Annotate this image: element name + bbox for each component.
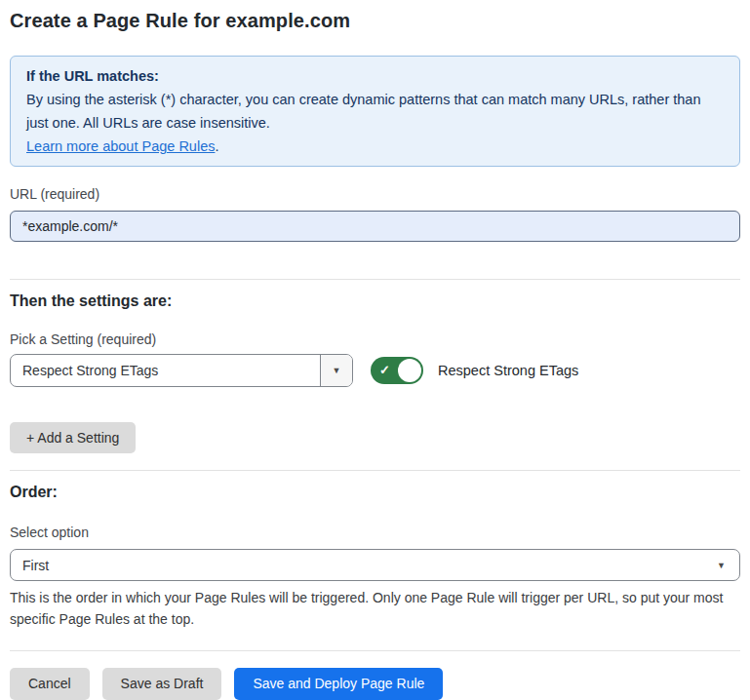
divider-before-footer <box>10 650 740 651</box>
footer-actions: Cancel Save as Draft Save and Deploy Pag… <box>10 668 740 700</box>
order-select-label: Select option <box>10 525 740 541</box>
setting-select-arrow-button[interactable]: ▼ <box>320 355 352 386</box>
order-select[interactable]: First ▼ <box>10 549 740 581</box>
cancel-button[interactable]: Cancel <box>10 668 90 700</box>
create-page-rule-form: Create a Page Rule for example.com If th… <box>0 0 750 700</box>
info-box-heading: If the URL matches: <box>26 64 724 88</box>
order-section-heading: Order: <box>10 483 740 501</box>
toggle-knob <box>398 359 421 382</box>
setting-row: Respect Strong ETags ▼ ✓ Respect Strong … <box>10 354 740 387</box>
setting-select[interactable]: Respect Strong ETags ▼ <box>10 354 353 387</box>
learn-more-link[interactable]: Learn more about Page Rules <box>26 138 215 154</box>
info-box-link-line: Learn more about Page Rules. <box>26 135 724 158</box>
check-icon: ✓ <box>379 363 390 377</box>
info-box-body: By using the asterisk (*) character, you… <box>26 88 724 135</box>
setting-toggle-label: Respect Strong ETags <box>438 363 578 378</box>
setting-select-value: Respect Strong ETags <box>11 355 320 386</box>
save-deploy-button[interactable]: Save and Deploy Page Rule <box>234 668 443 700</box>
add-setting-button[interactable]: + Add a Setting <box>10 422 136 453</box>
order-help-text: This is the order in which your Page Rul… <box>10 587 740 630</box>
order-select-value: First <box>22 558 49 573</box>
chevron-down-icon: ▼ <box>717 561 726 569</box>
divider-after-settings <box>10 470 740 471</box>
chevron-down-icon: ▼ <box>333 367 341 375</box>
setting-toggle[interactable]: ✓ <box>371 357 423 384</box>
url-match-info-box: If the URL matches: By using the asteris… <box>10 56 740 167</box>
page-title: Create a Page Rule for example.com <box>10 8 740 33</box>
settings-section-heading: Then the settings are: <box>10 292 740 310</box>
divider-after-url <box>10 279 740 280</box>
url-input[interactable] <box>10 211 740 242</box>
url-field-label: URL (required) <box>10 186 740 203</box>
pick-setting-label: Pick a Setting (required) <box>10 331 740 348</box>
save-draft-button[interactable]: Save as Draft <box>102 668 222 700</box>
link-period: . <box>215 138 218 154</box>
